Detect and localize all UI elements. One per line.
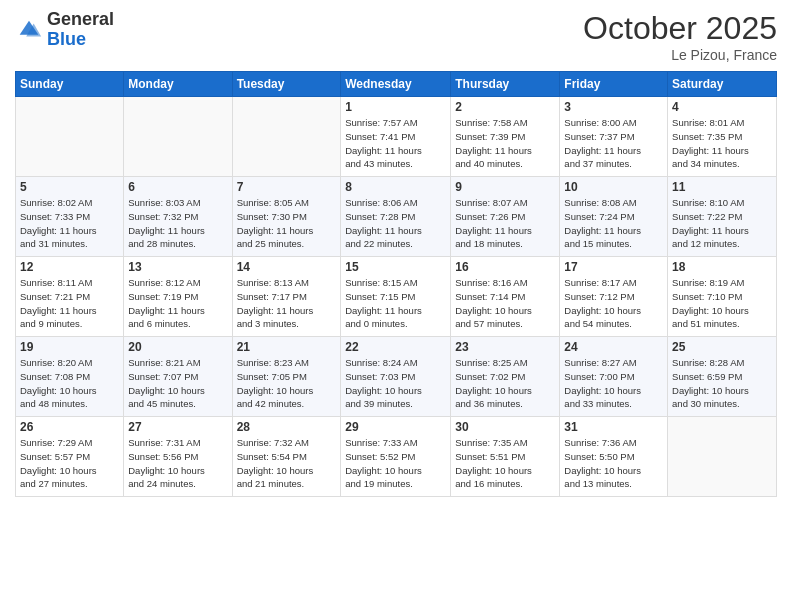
day-info: Sunrise: 8:25 AM Sunset: 7:02 PM Dayligh… [455, 356, 555, 411]
day-info: Sunrise: 8:10 AM Sunset: 7:22 PM Dayligh… [672, 196, 772, 251]
table-row: 5Sunrise: 8:02 AM Sunset: 7:33 PM Daylig… [16, 177, 124, 257]
table-row: 16Sunrise: 8:16 AM Sunset: 7:14 PM Dayli… [451, 257, 560, 337]
day-number: 9 [455, 180, 555, 194]
table-row: 11Sunrise: 8:10 AM Sunset: 7:22 PM Dayli… [668, 177, 777, 257]
day-number: 29 [345, 420, 446, 434]
day-info: Sunrise: 8:24 AM Sunset: 7:03 PM Dayligh… [345, 356, 446, 411]
day-info: Sunrise: 8:02 AM Sunset: 7:33 PM Dayligh… [20, 196, 119, 251]
logo-blue: Blue [47, 29, 86, 49]
calendar-week-2: 5Sunrise: 8:02 AM Sunset: 7:33 PM Daylig… [16, 177, 777, 257]
day-number: 2 [455, 100, 555, 114]
table-row: 18Sunrise: 8:19 AM Sunset: 7:10 PM Dayli… [668, 257, 777, 337]
day-number: 10 [564, 180, 663, 194]
day-number: 17 [564, 260, 663, 274]
day-info: Sunrise: 8:16 AM Sunset: 7:14 PM Dayligh… [455, 276, 555, 331]
day-info: Sunrise: 8:07 AM Sunset: 7:26 PM Dayligh… [455, 196, 555, 251]
day-info: Sunrise: 8:21 AM Sunset: 7:07 PM Dayligh… [128, 356, 227, 411]
day-number: 12 [20, 260, 119, 274]
col-saturday: Saturday [668, 72, 777, 97]
day-number: 15 [345, 260, 446, 274]
day-info: Sunrise: 8:23 AM Sunset: 7:05 PM Dayligh… [237, 356, 337, 411]
logo-text: General Blue [47, 10, 114, 50]
day-number: 26 [20, 420, 119, 434]
header: General Blue October 2025 Le Pizou, Fran… [15, 10, 777, 63]
day-number: 14 [237, 260, 337, 274]
day-number: 25 [672, 340, 772, 354]
day-info: Sunrise: 8:19 AM Sunset: 7:10 PM Dayligh… [672, 276, 772, 331]
table-row [668, 417, 777, 497]
col-friday: Friday [560, 72, 668, 97]
table-row: 13Sunrise: 8:12 AM Sunset: 7:19 PM Dayli… [124, 257, 232, 337]
day-info: Sunrise: 8:03 AM Sunset: 7:32 PM Dayligh… [128, 196, 227, 251]
day-info: Sunrise: 8:01 AM Sunset: 7:35 PM Dayligh… [672, 116, 772, 171]
table-row: 9Sunrise: 8:07 AM Sunset: 7:26 PM Daylig… [451, 177, 560, 257]
day-info: Sunrise: 7:36 AM Sunset: 5:50 PM Dayligh… [564, 436, 663, 491]
day-number: 8 [345, 180, 446, 194]
day-info: Sunrise: 7:31 AM Sunset: 5:56 PM Dayligh… [128, 436, 227, 491]
table-row: 7Sunrise: 8:05 AM Sunset: 7:30 PM Daylig… [232, 177, 341, 257]
col-sunday: Sunday [16, 72, 124, 97]
table-row: 22Sunrise: 8:24 AM Sunset: 7:03 PM Dayli… [341, 337, 451, 417]
day-number: 13 [128, 260, 227, 274]
table-row: 23Sunrise: 8:25 AM Sunset: 7:02 PM Dayli… [451, 337, 560, 417]
day-info: Sunrise: 8:15 AM Sunset: 7:15 PM Dayligh… [345, 276, 446, 331]
day-info: Sunrise: 7:29 AM Sunset: 5:57 PM Dayligh… [20, 436, 119, 491]
col-wednesday: Wednesday [341, 72, 451, 97]
table-row [124, 97, 232, 177]
calendar-week-1: 1Sunrise: 7:57 AM Sunset: 7:41 PM Daylig… [16, 97, 777, 177]
day-number: 23 [455, 340, 555, 354]
day-number: 5 [20, 180, 119, 194]
table-row: 12Sunrise: 8:11 AM Sunset: 7:21 PM Dayli… [16, 257, 124, 337]
table-row: 3Sunrise: 8:00 AM Sunset: 7:37 PM Daylig… [560, 97, 668, 177]
logo: General Blue [15, 10, 114, 50]
table-row: 21Sunrise: 8:23 AM Sunset: 7:05 PM Dayli… [232, 337, 341, 417]
table-row: 30Sunrise: 7:35 AM Sunset: 5:51 PM Dayli… [451, 417, 560, 497]
table-row: 14Sunrise: 8:13 AM Sunset: 7:17 PM Dayli… [232, 257, 341, 337]
day-number: 4 [672, 100, 772, 114]
table-row [16, 97, 124, 177]
table-row: 15Sunrise: 8:15 AM Sunset: 7:15 PM Dayli… [341, 257, 451, 337]
table-row: 24Sunrise: 8:27 AM Sunset: 7:00 PM Dayli… [560, 337, 668, 417]
day-number: 16 [455, 260, 555, 274]
calendar-header-row: Sunday Monday Tuesday Wednesday Thursday… [16, 72, 777, 97]
table-row: 19Sunrise: 8:20 AM Sunset: 7:08 PM Dayli… [16, 337, 124, 417]
day-number: 18 [672, 260, 772, 274]
day-number: 20 [128, 340, 227, 354]
day-number: 28 [237, 420, 337, 434]
day-number: 11 [672, 180, 772, 194]
day-number: 19 [20, 340, 119, 354]
table-row: 4Sunrise: 8:01 AM Sunset: 7:35 PM Daylig… [668, 97, 777, 177]
table-row: 20Sunrise: 8:21 AM Sunset: 7:07 PM Dayli… [124, 337, 232, 417]
day-info: Sunrise: 8:08 AM Sunset: 7:24 PM Dayligh… [564, 196, 663, 251]
calendar-week-5: 26Sunrise: 7:29 AM Sunset: 5:57 PM Dayli… [16, 417, 777, 497]
day-info: Sunrise: 8:20 AM Sunset: 7:08 PM Dayligh… [20, 356, 119, 411]
day-info: Sunrise: 8:00 AM Sunset: 7:37 PM Dayligh… [564, 116, 663, 171]
day-number: 30 [455, 420, 555, 434]
day-info: Sunrise: 8:11 AM Sunset: 7:21 PM Dayligh… [20, 276, 119, 331]
day-number: 1 [345, 100, 446, 114]
table-row: 17Sunrise: 8:17 AM Sunset: 7:12 PM Dayli… [560, 257, 668, 337]
table-row [232, 97, 341, 177]
table-row: 8Sunrise: 8:06 AM Sunset: 7:28 PM Daylig… [341, 177, 451, 257]
table-row: 28Sunrise: 7:32 AM Sunset: 5:54 PM Dayli… [232, 417, 341, 497]
table-row: 27Sunrise: 7:31 AM Sunset: 5:56 PM Dayli… [124, 417, 232, 497]
col-tuesday: Tuesday [232, 72, 341, 97]
day-number: 27 [128, 420, 227, 434]
day-info: Sunrise: 8:17 AM Sunset: 7:12 PM Dayligh… [564, 276, 663, 331]
page: General Blue October 2025 Le Pizou, Fran… [0, 0, 792, 612]
day-info: Sunrise: 8:12 AM Sunset: 7:19 PM Dayligh… [128, 276, 227, 331]
day-number: 21 [237, 340, 337, 354]
day-info: Sunrise: 7:33 AM Sunset: 5:52 PM Dayligh… [345, 436, 446, 491]
table-row: 10Sunrise: 8:08 AM Sunset: 7:24 PM Dayli… [560, 177, 668, 257]
col-thursday: Thursday [451, 72, 560, 97]
day-info: Sunrise: 7:58 AM Sunset: 7:39 PM Dayligh… [455, 116, 555, 171]
day-number: 31 [564, 420, 663, 434]
table-row: 2Sunrise: 7:58 AM Sunset: 7:39 PM Daylig… [451, 97, 560, 177]
day-info: Sunrise: 7:32 AM Sunset: 5:54 PM Dayligh… [237, 436, 337, 491]
location-subtitle: Le Pizou, France [583, 47, 777, 63]
logo-icon [15, 16, 43, 44]
day-info: Sunrise: 7:57 AM Sunset: 7:41 PM Dayligh… [345, 116, 446, 171]
table-row: 1Sunrise: 7:57 AM Sunset: 7:41 PM Daylig… [341, 97, 451, 177]
title-block: October 2025 Le Pizou, France [583, 10, 777, 63]
table-row: 31Sunrise: 7:36 AM Sunset: 5:50 PM Dayli… [560, 417, 668, 497]
